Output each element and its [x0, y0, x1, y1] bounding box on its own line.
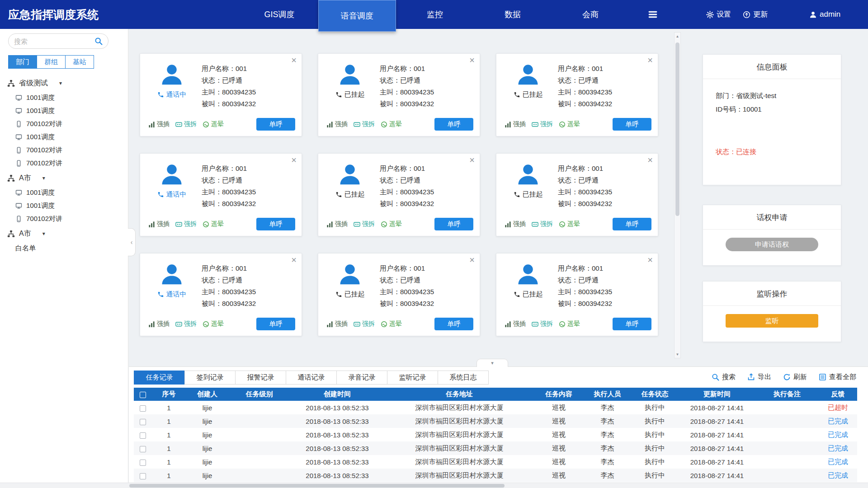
scrollbar-thumb[interactable] [675, 42, 679, 216]
export-button[interactable]: 导出 [747, 373, 771, 381]
sidebar-tab[interactable]: 部门 [8, 55, 37, 69]
force-insert-action[interactable]: 强插 [326, 320, 348, 328]
tree-item[interactable]: 1001调度 [7, 131, 128, 144]
record-tab[interactable]: 监听记录 [387, 371, 438, 385]
force-break-action[interactable]: 强拆 [354, 120, 375, 128]
tree-item[interactable]: 700102对讲 [7, 157, 128, 170]
tree-item[interactable]: 700102对讲 [7, 212, 128, 225]
close-icon[interactable]: × [647, 255, 653, 264]
nav-item[interactable]: 数据 [474, 0, 552, 29]
single-call-button[interactable]: 单呼 [613, 218, 651, 230]
search-icon[interactable] [94, 37, 103, 45]
sidebar-collapse-button[interactable]: ‹ [128, 228, 136, 256]
remote-stun-action[interactable]: 遥晕 [203, 320, 224, 328]
single-call-button[interactable]: 单呼 [256, 218, 295, 230]
table-search-button[interactable]: 搜索 [712, 373, 736, 381]
row-checkbox[interactable] [140, 460, 146, 466]
close-icon[interactable]: × [291, 155, 297, 164]
tree-item[interactable]: 700102对讲 [7, 117, 128, 131]
sidebar-tab[interactable]: 群组 [37, 55, 66, 69]
record-tab[interactable]: 通话记录 [286, 371, 337, 385]
force-break-action[interactable]: 强拆 [175, 120, 197, 128]
force-break-action[interactable]: 强拆 [175, 220, 197, 228]
force-break-action[interactable]: 强拆 [354, 320, 375, 328]
update-button[interactable]: 更新 [743, 10, 768, 19]
bottom-collapse-button[interactable]: ▾ [476, 359, 508, 367]
row-checkbox[interactable] [140, 473, 146, 479]
single-call-button[interactable]: 单呼 [613, 118, 651, 131]
nav-item[interactable]: 会商 [552, 0, 629, 29]
force-break-action[interactable]: 强拆 [175, 320, 197, 328]
row-checkbox[interactable] [140, 432, 146, 439]
single-call-button[interactable]: 单呼 [434, 118, 473, 131]
cards-scrollbar[interactable]: ▲ ▼ [674, 32, 681, 358]
table-row[interactable]: 1 lijie 2018-08-13 08:52:33 深圳市福田区彩田村水源大… [134, 469, 857, 482]
nav-item[interactable]: 监控 [396, 0, 474, 29]
remote-stun-action[interactable]: 遥晕 [559, 220, 580, 228]
force-insert-action[interactable]: 强插 [148, 120, 170, 128]
remote-stun-action[interactable]: 遥晕 [203, 220, 224, 228]
force-break-action[interactable]: 强拆 [532, 120, 553, 128]
scroll-up-icon[interactable]: ▲ [675, 33, 680, 40]
force-insert-action[interactable]: 强插 [326, 120, 348, 128]
force-break-action[interactable]: 强拆 [532, 320, 553, 328]
tree-group-a-city-2[interactable]: A市 ▾ [7, 225, 128, 242]
remote-stun-action[interactable]: 遥晕 [203, 120, 224, 128]
horizontal-scrollbar[interactable] [0, 483, 868, 488]
hamburger-menu-icon[interactable] [644, 8, 661, 21]
chevron-down-icon[interactable]: ▾ [42, 175, 45, 181]
close-icon[interactable]: × [469, 255, 475, 264]
record-tab[interactable]: 签到记录 [184, 371, 236, 385]
remote-stun-action[interactable]: 遥晕 [559, 120, 580, 128]
remote-stun-action[interactable]: 遥晕 [381, 120, 402, 128]
record-tab[interactable]: 任务记录 [134, 371, 185, 385]
view-all-button[interactable]: 查看全部 [819, 373, 856, 381]
remote-stun-action[interactable]: 遥晕 [559, 320, 580, 328]
select-all-checkbox[interactable] [140, 392, 146, 398]
force-insert-action[interactable]: 强插 [326, 220, 348, 228]
single-call-button[interactable]: 单呼 [434, 218, 473, 230]
close-icon[interactable]: × [469, 56, 475, 65]
refresh-button[interactable]: 刷新 [783, 373, 807, 381]
single-call-button[interactable]: 单呼 [434, 318, 473, 330]
search-input[interactable] [14, 38, 91, 45]
settings-button[interactable]: 设置 [706, 10, 731, 19]
close-icon[interactable]: × [469, 155, 475, 164]
tree-group-a-city-1[interactable]: A市 ▾ [7, 170, 128, 186]
row-checkbox[interactable] [140, 446, 146, 452]
table-row[interactable]: 1 lijie 2018-08-13 08:52:33 深圳市福田区彩田村水源大… [134, 401, 857, 414]
sidebar-tab[interactable]: 基站 [65, 55, 94, 69]
force-insert-action[interactable]: 强插 [148, 220, 170, 228]
table-row[interactable]: 1 lijie 2018-08-13 08:52:33 深圳市福田区彩田村水源大… [134, 455, 857, 469]
single-call-button[interactable]: 单呼 [256, 118, 295, 131]
tree-group-provincial-test[interactable]: 省级测试 ▾ [7, 75, 128, 91]
single-call-button[interactable]: 单呼 [256, 318, 295, 330]
record-tab[interactable]: 系统日志 [438, 371, 489, 385]
single-call-button[interactable]: 单呼 [613, 318, 651, 330]
monitor-button[interactable]: 监听 [726, 314, 818, 328]
force-insert-action[interactable]: 强插 [505, 120, 526, 128]
tree-item[interactable]: 1001调度 [7, 104, 128, 117]
chevron-down-icon[interactable]: ▾ [42, 230, 45, 237]
tree-item[interactable]: 1001调度 [7, 199, 128, 212]
remote-stun-action[interactable]: 遥晕 [381, 220, 402, 228]
nav-item[interactable]: 语音调度 [318, 0, 396, 32]
request-talk-right-button[interactable]: 申请话语权 [726, 238, 818, 251]
tree-item[interactable]: 700102对讲 [7, 144, 128, 157]
row-checkbox[interactable] [140, 419, 146, 425]
row-checkbox[interactable] [140, 405, 146, 412]
force-break-action[interactable]: 强拆 [532, 220, 553, 228]
scroll-down-icon[interactable]: ▼ [675, 351, 680, 358]
record-tab[interactable]: 报警记录 [235, 371, 286, 385]
user-menu[interactable]: admin [809, 10, 840, 19]
nav-item[interactable]: GIS调度 [241, 0, 318, 29]
table-row[interactable]: 1 lijie 2018-08-13 08:52:33 深圳市福田区彩田村水源大… [134, 441, 857, 455]
force-insert-action[interactable]: 强插 [148, 320, 170, 328]
force-break-action[interactable]: 强拆 [354, 220, 375, 228]
close-icon[interactable]: × [291, 56, 297, 65]
close-icon[interactable]: × [647, 155, 653, 164]
table-row[interactable]: 1 lijie 2018-08-13 08:52:33 深圳市福田区彩田村水源大… [134, 428, 857, 441]
force-insert-action[interactable]: 强插 [505, 220, 526, 228]
close-icon[interactable]: × [291, 255, 297, 264]
tree-item[interactable]: 1001调度 [7, 186, 128, 199]
